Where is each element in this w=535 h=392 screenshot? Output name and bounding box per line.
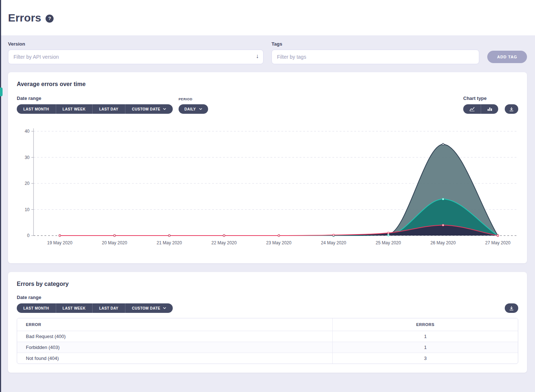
last-month-button[interactable]: LAST MONTH <box>17 303 56 313</box>
svg-text:24 May 2020: 24 May 2020 <box>321 240 347 245</box>
table-row: Not found (404) 3 <box>17 353 518 364</box>
left-edge-divider <box>0 0 1 392</box>
errors-over-time-title: Average errors over time <box>17 81 518 88</box>
svg-text:20 May 2020: 20 May 2020 <box>102 240 128 245</box>
error-name-cell: Forbidden (403) <box>17 342 333 353</box>
svg-text:23 May 2020: 23 May 2020 <box>266 240 292 245</box>
area-chart-svg[interactable]: 01020304019 May 202020 May 202021 May 20… <box>17 126 520 253</box>
last-month-button[interactable]: LAST MONTH <box>17 104 56 114</box>
version-filter-block: Version ↓ <box>8 41 263 64</box>
period-value: DAILY <box>184 107 196 111</box>
tags-filter-input[interactable] <box>272 50 479 64</box>
download-table-button[interactable] <box>505 303 518 313</box>
last-day-button[interactable]: LAST DAY <box>92 303 125 313</box>
page-title: Errors <box>8 12 41 24</box>
svg-text:26 May 2020: 26 May 2020 <box>430 240 456 245</box>
chart-type-label: Chart type <box>463 96 487 101</box>
error-count-cell: 1 <box>333 342 518 353</box>
chart-type-toggle <box>463 104 498 114</box>
svg-text:21 May 2020: 21 May 2020 <box>157 240 182 245</box>
table-header-row: ERROR ERRORS <box>17 318 518 331</box>
tags-filter-block: Tags <box>272 41 479 64</box>
error-name-cell: Not found (404) <box>17 353 333 364</box>
error-name-cell: Bad Request (400) <box>17 331 333 342</box>
error-count-cell: 3 <box>333 353 518 364</box>
period-select[interactable]: DAILY <box>179 104 208 114</box>
add-tag-button[interactable]: ADD TAG <box>487 51 527 63</box>
column-header-error: ERROR <box>17 318 333 331</box>
error-count-cell: 1 <box>333 331 518 342</box>
column-header-errors: ERRORS <box>333 318 518 331</box>
svg-text:10: 10 <box>25 207 30 212</box>
download-icon <box>509 306 514 311</box>
page-header: Errors ? <box>0 0 535 35</box>
table-row: Forbidden (403) 1 <box>17 342 518 353</box>
date-range-label: Date range <box>17 96 173 101</box>
svg-text:0: 0 <box>27 233 30 238</box>
date-range-buttons: LAST MONTH LAST WEEK LAST DAY CUSTOM DAT… <box>17 104 173 114</box>
table-row: Bad Request (400) 1 <box>17 331 518 342</box>
errors-by-category-card: Errors by category Date range LAST MONTH… <box>8 272 527 373</box>
date-range-buttons: LAST MONTH LAST WEEK LAST DAY CUSTOM DAT… <box>17 303 173 313</box>
chevron-down-icon <box>199 108 202 110</box>
help-icon[interactable]: ? <box>46 15 54 23</box>
version-filter-input[interactable] <box>8 50 263 64</box>
download-icon <box>509 107 514 112</box>
errors-by-category-title: Errors by category <box>17 281 518 287</box>
custom-date-button[interactable]: CUSTOM DATE <box>125 303 173 313</box>
period-label: PERIOD <box>179 97 208 101</box>
download-chart-button[interactable] <box>505 104 518 114</box>
date-range-label: Date range <box>17 295 173 300</box>
custom-date-button[interactable]: CUSTOM DATE <box>125 104 173 114</box>
errors-by-category-table: ERROR ERRORS Bad Request (400) 1 Forbidd… <box>17 318 518 364</box>
tags-label: Tags <box>272 41 479 47</box>
errors-over-time-chart[interactable]: 01020304019 May 202020 May 202021 May 20… <box>17 126 518 255</box>
chevron-down-icon <box>163 307 166 309</box>
filter-bar: Version ↓ Tags ADD TAG <box>0 35 535 72</box>
svg-text:25 May 2020: 25 May 2020 <box>376 240 401 245</box>
last-week-button[interactable]: LAST WEEK <box>56 104 92 114</box>
version-label: Version <box>8 41 263 47</box>
line-chart-icon[interactable] <box>463 104 481 114</box>
svg-text:22 May 2020: 22 May 2020 <box>211 240 237 245</box>
svg-text:27 May 2020: 27 May 2020 <box>485 240 511 245</box>
left-accent-tab[interactable] <box>0 88 3 96</box>
last-week-button[interactable]: LAST WEEK <box>56 303 92 313</box>
custom-date-label: CUSTOM DATE <box>132 306 160 310</box>
errors-over-time-card: Average errors over time Date range LAST… <box>8 72 527 263</box>
svg-text:19 May 2020: 19 May 2020 <box>47 240 73 245</box>
dropdown-arrow-icon[interactable]: ↓ <box>256 53 259 59</box>
custom-date-label: CUSTOM DATE <box>132 107 160 111</box>
svg-text:20: 20 <box>25 181 30 186</box>
chevron-down-icon <box>163 108 166 110</box>
last-day-button[interactable]: LAST DAY <box>92 104 125 114</box>
svg-text:30: 30 <box>25 155 30 160</box>
bar-chart-icon[interactable] <box>481 104 498 114</box>
svg-text:40: 40 <box>25 129 30 134</box>
